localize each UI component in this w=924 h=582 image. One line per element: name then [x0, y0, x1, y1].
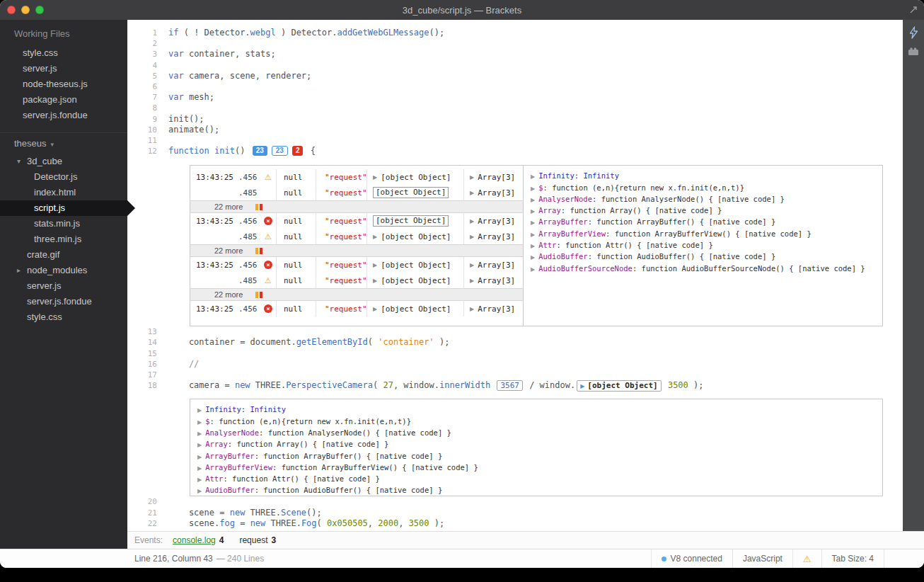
log-object-cell[interactable]: ▶[object Object] [367, 169, 464, 185]
code-line[interactable]: 11 [127, 135, 903, 146]
log-entry-row[interactable]: 13:43:25.456×null"request"▶[object Objec… [190, 257, 523, 273]
event-filter-console.log[interactable]: console.log4 [173, 535, 224, 545]
log-object-cell[interactable]: ▶[object Object] [367, 301, 464, 316]
inspector-property[interactable]: ▶Array: function Array() { [native code]… [531, 205, 879, 217]
inspector-property[interactable]: ▶Array: function Array() { [native code]… [197, 439, 879, 450]
minimize-window-button[interactable] [21, 6, 30, 14]
log-collapsed-rows[interactable]: 22 more [190, 288, 523, 301]
disclosure-arrow-icon[interactable]: ▶ [531, 173, 535, 180]
log-collapsed-rows[interactable]: 22 more [190, 200, 523, 213]
code-line[interactable]: 7var mesh; [127, 92, 903, 103]
live-preview-icon[interactable] [908, 26, 919, 39]
disclosure-arrow-icon[interactable]: ▶ [197, 430, 202, 437]
disclosure-arrow-icon[interactable]: ▶ [373, 275, 377, 286]
disclosure-arrow-icon[interactable]: ▶ [531, 208, 535, 215]
log-entry-row[interactable]: .485null"request"[object Object]▶Array[3… [190, 185, 523, 200]
inspector-property[interactable]: ▶AudioBufferSourceNode: function AudioBu… [531, 263, 879, 275]
inspector-property[interactable]: ▶AnalyserNode: function AnalyserNode() {… [531, 194, 879, 205]
disclosure-arrow-icon[interactable]: ▶ [470, 304, 474, 314]
disclosure-arrow-icon[interactable]: ▶ [531, 232, 535, 238]
log-entry-row[interactable]: 13:43:25.456×null"request"▶[object Objec… [190, 301, 523, 316]
tree-folder-node_modules[interactable]: ▸node_modules [0, 263, 127, 278]
log-array-cell[interactable]: ▶Array[3] [464, 301, 523, 316]
disclosure-arrow-icon[interactable]: ▶ [470, 275, 474, 286]
code-line[interactable]: 8 [127, 103, 903, 113]
tree-file-three.min.js[interactable]: three.min.js [0, 232, 127, 247]
log-array-cell[interactable]: ▶Array[3] [464, 273, 523, 288]
extension-manager-icon[interactable] [908, 47, 919, 56]
call-count-badge[interactable]: 23 [272, 146, 288, 156]
inspector-property[interactable]: ▶$: function (e,n){return new x.fn.init(… [197, 416, 879, 428]
code-line[interactable]: 10animate(); [127, 125, 903, 135]
disclosure-arrow-icon[interactable]: ▶ [197, 488, 202, 494]
tree-file-server.js[interactable]: server.js [0, 278, 127, 294]
disclosure-arrow-icon[interactable]: ▶ [531, 266, 535, 273]
tree-file-style.css[interactable]: style.css [0, 309, 127, 325]
code-line[interactable]: 4 [127, 60, 903, 71]
inspector-property[interactable]: ▶AudioBuffer: function AudioBuffer() { [… [197, 485, 879, 496]
disclosure-arrow-icon[interactable]: ▶ [531, 243, 535, 249]
inspector-property[interactable]: ▶Infinity: Infinity [197, 404, 879, 416]
object-value-selected[interactable]: [object Object] [373, 187, 449, 198]
log-collapsed-rows[interactable]: 22 more [190, 244, 523, 257]
chevron-down-icon[interactable]: ▾ [17, 154, 21, 169]
log-entry-row[interactable]: .485⚠null"request"▶[object Object]▶Array… [190, 273, 523, 288]
expand-arrow-icon[interactable] [908, 5, 918, 15]
log-object-cell[interactable]: [object Object] [367, 185, 464, 200]
log-array-cell[interactable]: ▶Array[3] [464, 229, 523, 244]
tree-file-script.js[interactable]: script.js [0, 200, 127, 216]
log-array-cell[interactable]: ▶Array[3] [464, 185, 523, 200]
inspector-property[interactable]: ▶ArrayBufferView: function ArrayBufferVi… [197, 462, 879, 474]
code-line[interactable]: 2 [127, 38, 903, 49]
zoom-window-button[interactable] [35, 6, 44, 14]
v8-connection-status[interactable]: V8 connected [651, 549, 732, 568]
log-object-cell[interactable]: ▶[object Object] [367, 229, 464, 244]
code-line[interactable]: 3var container, stats; [127, 49, 903, 59]
inspector-property[interactable]: ▶AudioBuffer: function AudioBuffer() { [… [531, 251, 879, 263]
tab-size-setting[interactable]: Tab Size: 4 [821, 549, 884, 568]
code-line[interactable]: 16 // [127, 359, 903, 370]
code-line[interactable]: 12function init() 23232 { [127, 146, 903, 156]
log-entry-row[interactable]: 13:43:25.456×null"request"[object Object… [190, 213, 523, 229]
inspector-property[interactable]: ▶ArrayBufferView: function ArrayBufferVi… [531, 229, 879, 240]
call-count-badge[interactable]: 2 [292, 146, 304, 156]
disclosure-arrow-icon[interactable]: ▶ [373, 172, 377, 183]
object-value-selected[interactable]: [object Object] [373, 215, 449, 227]
code-line[interactable]: 17 [127, 370, 903, 380]
working-file-item[interactable]: style.css [0, 45, 127, 61]
code-line[interactable]: 15 [127, 348, 903, 359]
log-object-cell[interactable]: ▶[object Object] [367, 257, 464, 273]
runtime-object-box[interactable]: ▶[object Object] [577, 380, 662, 392]
disclosure-arrow-icon[interactable]: ▶ [197, 407, 202, 413]
disclosure-arrow-icon[interactable]: ▶ [197, 419, 202, 426]
chevron-right-icon[interactable]: ▸ [17, 263, 21, 278]
log-array-cell[interactable]: ▶Array[3] [464, 213, 523, 229]
working-file-item[interactable]: node-theseus.js [0, 76, 127, 92]
code-line[interactable]: 5var camera, scene, renderer; [127, 71, 903, 81]
code-line[interactable]: 22 scene.fog = new THREE.Fog( 0x050505, … [127, 518, 903, 529]
cursor-position[interactable]: Line 216, Column 43 [134, 554, 213, 564]
disclosure-arrow-icon[interactable]: ▶ [531, 186, 535, 192]
disclosure-arrow-icon[interactable]: ▶ [470, 232, 474, 242]
lint-warning[interactable]: ⚠ [792, 549, 821, 568]
working-file-item[interactable]: server.js [0, 61, 127, 76]
event-filter-request[interactable]: request3 [239, 535, 276, 545]
code-line[interactable]: 20 [127, 496, 903, 507]
inspector-property[interactable]: ▶ArrayBuffer: function ArrayBuffer() { [… [531, 217, 879, 228]
code-line[interactable]: 13 [127, 326, 903, 337]
code-line[interactable]: 1if ( ! Detector.webgl ) Detector.addGet… [127, 28, 903, 38]
log-object-cell[interactable]: ▶[object Object] [367, 273, 464, 288]
disclosure-arrow-icon[interactable]: ▶ [197, 477, 202, 483]
disclosure-arrow-icon[interactable]: ▶ [470, 188, 474, 198]
inspector-property[interactable]: ▶$: function (e,n){return new x.fn.init(… [531, 183, 879, 194]
disclosure-arrow-icon[interactable]: ▶ [373, 304, 377, 314]
disclosure-arrow-icon[interactable]: ▶ [531, 197, 535, 203]
disclosure-arrow-icon[interactable]: ▶ [531, 219, 535, 226]
inspector-property[interactable]: ▶Attr: function Attr() { [native code] } [197, 474, 879, 485]
code-editor[interactable]: 1if ( ! Detector.webgl ) Detector.addGet… [127, 20, 903, 531]
call-count-badge[interactable]: 23 [253, 146, 267, 156]
project-dropdown[interactable]: theseus▾ [0, 132, 127, 154]
code-line[interactable]: 18 camera = new THREE.PerspectiveCamera(… [127, 380, 903, 391]
code-line[interactable]: 6 [127, 81, 903, 92]
disclosure-arrow-icon[interactable]: ▶ [531, 254, 535, 261]
